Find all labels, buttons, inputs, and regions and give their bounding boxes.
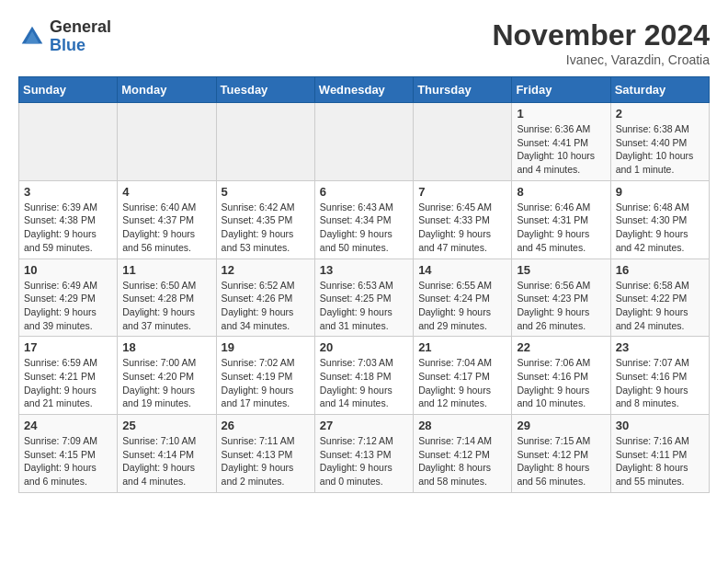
weekday-header-tuesday: Tuesday (216, 77, 314, 103)
day-info: Sunrise: 7:10 AM Sunset: 4:14 PM Dayligh… (122, 434, 210, 488)
calendar-cell (19, 103, 118, 181)
day-number: 15 (517, 263, 605, 277)
weekday-header-saturday: Saturday (610, 77, 709, 103)
day-number: 5 (222, 185, 310, 199)
day-number: 3 (24, 185, 112, 199)
day-info: Sunrise: 7:00 AM Sunset: 4:20 PM Dayligh… (122, 356, 210, 410)
weekday-header-friday: Friday (512, 77, 610, 103)
day-number: 19 (222, 340, 310, 354)
day-info: Sunrise: 6:49 AM Sunset: 4:29 PM Dayligh… (24, 279, 112, 333)
day-number: 10 (24, 263, 112, 277)
calendar-cell: 30Sunrise: 7:16 AM Sunset: 4:11 PM Dayli… (610, 415, 709, 493)
calendar-cell: 3Sunrise: 6:39 AM Sunset: 4:38 PM Daylig… (19, 180, 118, 259)
calendar-cell: 12Sunrise: 6:52 AM Sunset: 4:26 PM Dayli… (216, 259, 314, 337)
calendar-cell (414, 103, 512, 181)
day-number: 22 (517, 340, 605, 354)
calendar-cell: 19Sunrise: 7:02 AM Sunset: 4:19 PM Dayli… (216, 337, 314, 415)
day-info: Sunrise: 6:42 AM Sunset: 4:35 PM Dayligh… (222, 201, 310, 255)
day-info: Sunrise: 7:04 AM Sunset: 4:17 PM Dayligh… (418, 356, 506, 410)
calendar-cell: 11Sunrise: 6:50 AM Sunset: 4:28 PM Dayli… (118, 259, 216, 337)
day-number: 1 (517, 107, 605, 121)
calendar-cell (118, 103, 216, 181)
calendar-cell: 13Sunrise: 6:53 AM Sunset: 4:25 PM Dayli… (314, 259, 413, 337)
day-number: 21 (418, 340, 506, 354)
day-number: 11 (122, 263, 210, 277)
weekday-header-monday: Monday (118, 77, 216, 103)
calendar-cell: 7Sunrise: 6:45 AM Sunset: 4:33 PM Daylig… (414, 180, 512, 259)
day-info: Sunrise: 7:12 AM Sunset: 4:13 PM Dayligh… (320, 434, 408, 488)
calendar-cell: 5Sunrise: 6:42 AM Sunset: 4:35 PM Daylig… (216, 180, 314, 259)
calendar-cell: 9Sunrise: 6:48 AM Sunset: 4:30 PM Daylig… (610, 180, 709, 259)
calendar-week-row: 17Sunrise: 6:59 AM Sunset: 4:21 PM Dayli… (19, 337, 710, 415)
title-area: November 2024 Ivanec, Varazdin, Croatia (492, 18, 710, 67)
day-number: 18 (122, 340, 210, 354)
day-info: Sunrise: 7:03 AM Sunset: 4:18 PM Dayligh… (320, 356, 408, 410)
calendar-cell: 1Sunrise: 6:36 AM Sunset: 4:41 PM Daylig… (512, 103, 610, 181)
calendar-cell: 28Sunrise: 7:14 AM Sunset: 4:12 PM Dayli… (414, 415, 512, 493)
day-number: 14 (418, 263, 506, 277)
calendar-cell: 20Sunrise: 7:03 AM Sunset: 4:18 PM Dayli… (314, 337, 413, 415)
calendar-table: SundayMondayTuesdayWednesdayThursdayFrid… (18, 76, 710, 493)
logo-blue-text: Blue (50, 37, 111, 55)
header: General Blue November 2024 Ivanec, Varaz… (18, 18, 710, 67)
day-info: Sunrise: 7:09 AM Sunset: 4:15 PM Dayligh… (24, 434, 112, 488)
calendar-week-row: 1Sunrise: 6:36 AM Sunset: 4:41 PM Daylig… (19, 103, 710, 181)
location-title: Ivanec, Varazdin, Croatia (492, 52, 710, 67)
day-info: Sunrise: 6:59 AM Sunset: 4:21 PM Dayligh… (24, 356, 112, 410)
day-number: 24 (24, 419, 112, 432)
day-info: Sunrise: 6:50 AM Sunset: 4:28 PM Dayligh… (122, 279, 210, 333)
day-number: 29 (517, 419, 605, 432)
calendar-cell: 24Sunrise: 7:09 AM Sunset: 4:15 PM Dayli… (19, 415, 118, 493)
day-info: Sunrise: 6:43 AM Sunset: 4:34 PM Dayligh… (320, 201, 408, 255)
calendar-cell: 2Sunrise: 6:38 AM Sunset: 4:40 PM Daylig… (610, 103, 709, 181)
calendar-cell (314, 103, 413, 181)
day-number: 17 (24, 340, 112, 354)
day-info: Sunrise: 7:02 AM Sunset: 4:19 PM Dayligh… (222, 356, 310, 410)
day-number: 9 (616, 185, 704, 199)
logo-general-text: General (50, 18, 111, 37)
calendar-cell: 14Sunrise: 6:55 AM Sunset: 4:24 PM Dayli… (414, 259, 512, 337)
calendar-week-row: 3Sunrise: 6:39 AM Sunset: 4:38 PM Daylig… (19, 180, 710, 259)
logo-text: General Blue (50, 18, 111, 55)
day-info: Sunrise: 7:14 AM Sunset: 4:12 PM Dayligh… (418, 434, 506, 488)
weekday-header-thursday: Thursday (414, 77, 512, 103)
calendar-cell: 6Sunrise: 6:43 AM Sunset: 4:34 PM Daylig… (314, 180, 413, 259)
day-info: Sunrise: 6:45 AM Sunset: 4:33 PM Dayligh… (418, 201, 506, 255)
day-info: Sunrise: 7:07 AM Sunset: 4:16 PM Dayligh… (616, 356, 704, 410)
day-info: Sunrise: 7:06 AM Sunset: 4:16 PM Dayligh… (517, 356, 605, 410)
day-number: 16 (616, 263, 704, 277)
day-info: Sunrise: 6:53 AM Sunset: 4:25 PM Dayligh… (320, 279, 408, 333)
day-number: 4 (122, 185, 210, 199)
day-info: Sunrise: 6:40 AM Sunset: 4:37 PM Dayligh… (122, 201, 210, 255)
calendar-cell: 27Sunrise: 7:12 AM Sunset: 4:13 PM Dayli… (314, 415, 413, 493)
month-title: November 2024 (492, 18, 710, 52)
calendar-week-row: 10Sunrise: 6:49 AM Sunset: 4:29 PM Dayli… (19, 259, 710, 337)
day-info: Sunrise: 7:16 AM Sunset: 4:11 PM Dayligh… (616, 434, 704, 488)
day-info: Sunrise: 6:36 AM Sunset: 4:41 PM Dayligh… (517, 122, 605, 177)
weekday-header-row: SundayMondayTuesdayWednesdayThursdayFrid… (19, 77, 710, 103)
weekday-header-sunday: Sunday (19, 77, 118, 103)
logo-icon (18, 23, 46, 51)
day-number: 23 (616, 340, 704, 354)
day-number: 26 (222, 419, 310, 432)
calendar-cell: 10Sunrise: 6:49 AM Sunset: 4:29 PM Dayli… (19, 259, 118, 337)
calendar-cell: 8Sunrise: 6:46 AM Sunset: 4:31 PM Daylig… (512, 180, 610, 259)
calendar-cell: 22Sunrise: 7:06 AM Sunset: 4:16 PM Dayli… (512, 337, 610, 415)
calendar-cell: 23Sunrise: 7:07 AM Sunset: 4:16 PM Dayli… (610, 337, 709, 415)
day-number: 13 (320, 263, 408, 277)
day-info: Sunrise: 6:55 AM Sunset: 4:24 PM Dayligh… (418, 279, 506, 333)
calendar-cell: 25Sunrise: 7:10 AM Sunset: 4:14 PM Dayli… (118, 415, 216, 493)
day-info: Sunrise: 6:48 AM Sunset: 4:30 PM Dayligh… (616, 201, 704, 255)
day-number: 12 (222, 263, 310, 277)
day-number: 30 (616, 419, 704, 432)
calendar-cell: 15Sunrise: 6:56 AM Sunset: 4:23 PM Dayli… (512, 259, 610, 337)
day-info: Sunrise: 6:58 AM Sunset: 4:22 PM Dayligh… (616, 279, 704, 333)
calendar-cell: 21Sunrise: 7:04 AM Sunset: 4:17 PM Dayli… (414, 337, 512, 415)
calendar-cell (216, 103, 314, 181)
day-number: 2 (616, 107, 704, 121)
day-number: 25 (122, 419, 210, 432)
calendar-cell: 18Sunrise: 7:00 AM Sunset: 4:20 PM Dayli… (118, 337, 216, 415)
calendar-cell: 29Sunrise: 7:15 AM Sunset: 4:12 PM Dayli… (512, 415, 610, 493)
day-info: Sunrise: 6:52 AM Sunset: 4:26 PM Dayligh… (222, 279, 310, 333)
calendar-cell: 26Sunrise: 7:11 AM Sunset: 4:13 PM Dayli… (216, 415, 314, 493)
